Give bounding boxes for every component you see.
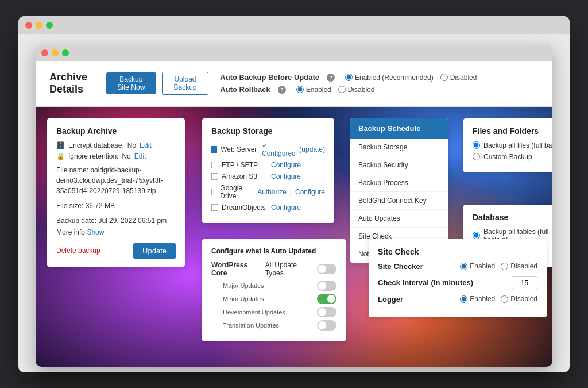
auto-rollback-enabled-radio[interactable] <box>296 86 304 93</box>
inner-maximize-button[interactable] <box>62 49 69 56</box>
ftp-configure-link[interactable]: Configure <box>271 161 301 169</box>
backup-storage-card: Backup Storage Web Server ✓ Configured (… <box>202 118 334 223</box>
minor-updates-toggle[interactable] <box>317 294 336 304</box>
show-link[interactable]: Show <box>87 228 104 236</box>
gdrive-authorize-link[interactable]: Authorize <box>257 188 287 196</box>
wordpress-core-row: WordPress Core All Update Types <box>211 261 336 277</box>
webserver-update-link[interactable]: (update) <box>299 145 325 153</box>
files-custom-backup-radio[interactable] <box>473 153 480 160</box>
logger-enabled-radio[interactable] <box>460 295 467 303</box>
file-size-info: File size: 36.72 MB <box>56 201 176 211</box>
s3-checkbox[interactable] <box>211 173 218 180</box>
files-full-backup-radio[interactable] <box>473 141 480 149</box>
auto-backup-disabled-option[interactable]: Disabled <box>440 74 477 82</box>
storage-item-s3: Amazon S3 Configure <box>211 172 325 180</box>
backup-date-info: Backup date: Jul 29, 2022 06:51 pm <box>56 216 176 226</box>
auto-rollback-help-icon[interactable]: ? <box>278 86 286 94</box>
database-title: Database <box>473 213 552 222</box>
auto-backup-label: Auto Backup Before Update <box>220 73 319 82</box>
translation-updates-toggle[interactable] <box>317 320 336 331</box>
browser-inner: Archive Details Backup Site Now Upload B… <box>36 45 552 367</box>
dreamobjects-checkbox[interactable] <box>211 204 218 211</box>
schedule-item-security[interactable]: Backup Security <box>350 156 448 174</box>
development-updates-label: Development Updates <box>223 309 285 316</box>
schedule-item-auto-updates[interactable]: Auto Updates <box>350 210 448 228</box>
site-checker-disabled-option[interactable]: Disabled <box>501 262 537 270</box>
schedule-item-process[interactable]: Backup Process <box>350 174 448 192</box>
site-checker-label: Site Checker <box>378 262 423 271</box>
encrypt-edit-link[interactable]: Edit <box>140 141 152 149</box>
more-info-row: More info Show <box>56 228 176 236</box>
wordpress-core-value: All Update Types <box>265 261 317 277</box>
webserver-checkbox[interactable] <box>211 146 217 153</box>
upload-backup-button[interactable]: Upload Backup <box>162 72 209 95</box>
schedule-item-connect-key[interactable]: BoldGrid Connect Key <box>350 192 448 210</box>
storage-item-dreamobjects: DreamObjects Configure <box>211 203 325 212</box>
development-updates-toggle[interactable] <box>317 307 336 317</box>
inner-title-bar <box>36 45 552 61</box>
inner-minimize-button[interactable] <box>52 49 59 56</box>
files-full-backup-label: Backup all files (full backup) <box>483 141 552 149</box>
wordpress-core-toggle-track <box>317 264 336 274</box>
site-checker-disabled-label: Disabled <box>510 262 537 270</box>
logger-disabled-option[interactable]: Disabled <box>501 295 537 303</box>
gdrive-checkbox[interactable] <box>211 189 216 195</box>
translation-updates-label: Translation Updates <box>223 322 279 329</box>
major-updates-toggle-thumb <box>318 282 326 290</box>
backup-site-now-button[interactable]: Backup Site Now <box>106 72 156 94</box>
minor-updates-toggle-thumb <box>327 295 335 303</box>
files-custom-backup-option: Custom Backup <box>473 153 552 161</box>
minimize-button[interactable] <box>36 22 42 29</box>
file-size-label: File size: 36.72 MB <box>56 202 115 210</box>
ignore-retention-row: 🔒 Ignore retention: No Edit <box>56 152 176 160</box>
s3-configure-link[interactable]: Configure <box>271 172 301 180</box>
logger-enabled-option[interactable]: Enabled <box>460 295 495 303</box>
lock-icon: 🔒 <box>56 152 65 160</box>
auto-backup-help-icon[interactable]: ? <box>327 74 335 82</box>
files-folders-title: Files and Folders <box>473 126 552 136</box>
delete-backup-link[interactable]: Delete backup <box>56 247 100 255</box>
auto-backup-disabled-radio[interactable] <box>440 74 448 81</box>
dreamobjects-name: DreamObjects <box>222 203 268 212</box>
wordpress-core-toggle[interactable] <box>317 264 336 274</box>
major-updates-toggle[interactable] <box>317 281 336 291</box>
file-name-info: File name: boldgrid-backup-demo3.cloudwp… <box>56 165 176 196</box>
logger-disabled-radio[interactable] <box>501 295 508 303</box>
more-info-label: More info <box>56 228 85 236</box>
auto-updates-card: Configure what is Auto Updated WordPress… <box>202 239 346 341</box>
schedule-item-storage[interactable]: Backup Storage <box>350 139 448 156</box>
logger-radios: Enabled Disabled <box>460 295 537 303</box>
auto-rollback-disabled-radio[interactable] <box>338 86 346 93</box>
update-button[interactable]: Update <box>133 243 176 259</box>
auto-backup-enabled-radio[interactable] <box>345 74 353 81</box>
main-content: Archive Details Backup Site Now Upload B… <box>36 61 552 367</box>
ftp-checkbox[interactable] <box>211 162 218 168</box>
check-interval-input[interactable]: 15 <box>512 276 537 289</box>
gdrive-name: Google Drive <box>220 184 254 200</box>
close-button[interactable] <box>25 22 32 29</box>
files-full-backup-option: Backup all files (full backup) <box>473 141 552 149</box>
auto-rollback-enabled-option[interactable]: Enabled <box>296 86 331 94</box>
gdrive-configure-link[interactable]: Configure <box>295 188 325 196</box>
site-checker-enabled-option[interactable]: Enabled <box>460 262 495 270</box>
logger-row: Logger Enabled Disabled <box>378 295 537 304</box>
development-updates-toggle-track <box>317 307 336 317</box>
auto-updates-title: Configure what is Auto Updated <box>211 247 336 255</box>
storage-item-webserver: Web Server ✓ Configured (update) <box>211 141 325 157</box>
site-check-title: Site Check <box>378 247 537 256</box>
db-full-backup-radio[interactable] <box>473 232 480 239</box>
auto-backup-enabled-option[interactable]: Enabled (Recommended) <box>345 74 434 82</box>
maximize-button[interactable] <box>46 22 53 29</box>
site-checker-disabled-radio[interactable] <box>501 263 508 270</box>
major-updates-row: Major Updates <box>211 281 336 291</box>
auto-rollback-disabled-option[interactable]: Disabled <box>338 86 375 94</box>
site-checker-enabled-radio[interactable] <box>460 263 467 270</box>
ignore-retention-value: No <box>122 152 130 160</box>
dreamobjects-configure-link[interactable]: Configure <box>271 203 301 212</box>
ignore-retention-edit-link[interactable]: Edit <box>134 152 146 160</box>
development-updates-row: Development Updates <box>211 307 336 317</box>
auto-backup-section: Auto Backup Before Update ? Enabled (Rec… <box>220 73 539 94</box>
webserver-name: Web Server <box>220 145 258 153</box>
auto-rollback-enabled-label: Enabled <box>306 86 331 94</box>
inner-close-button[interactable] <box>41 49 48 56</box>
